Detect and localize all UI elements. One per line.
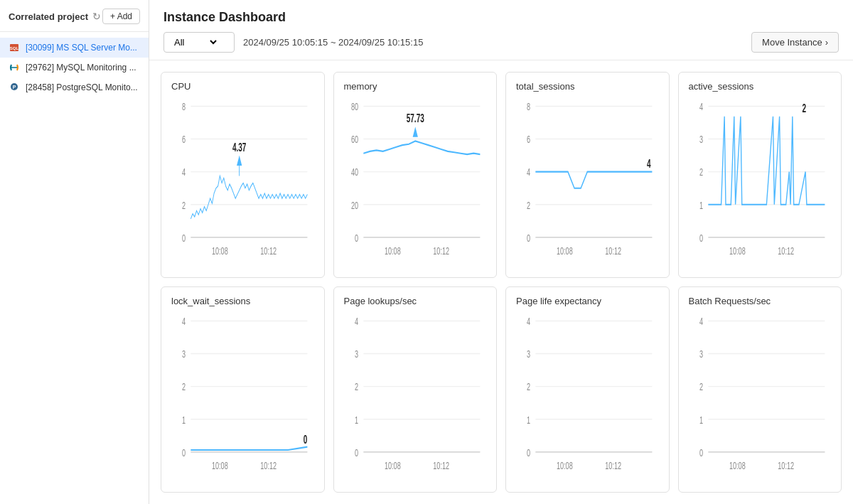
- chart-total-sessions-area: 8 6 4 2 0 10:08 10:12 4: [516, 96, 659, 270]
- main-content: Instance Dashboard All CPU Memory 2024/0…: [149, 0, 853, 504]
- svg-text:4: 4: [647, 158, 651, 171]
- filter-dropdown[interactable]: All CPU Memory: [163, 32, 235, 53]
- chart-lock-wait-area: 4 3 2 1 0 10:08 10:12 0: [171, 311, 314, 485]
- time-range-label: 2024/09/25 10:05:15 ~ 2024/09/25 10:15:1…: [243, 37, 423, 48]
- chart-page-life-title: Page life expectancy: [516, 296, 659, 306]
- svg-text:6: 6: [182, 134, 186, 146]
- svg-text:4: 4: [182, 316, 186, 328]
- svg-text:10:08: 10:08: [384, 245, 400, 257]
- chart-memory-title: memory: [344, 81, 487, 92]
- svg-text:3: 3: [699, 134, 702, 146]
- sidebar-title-row: Correlated project ↻: [9, 11, 101, 22]
- chart-batch-requests-title: Batch Requests/sec: [689, 296, 832, 306]
- chart-page-lookups: Page lookups/sec 4 3 2 1 0 10:08 10:12: [333, 286, 498, 493]
- svg-text:4: 4: [527, 166, 530, 178]
- svg-text:10:08: 10:08: [212, 245, 228, 257]
- chart-page-life: Page life expectancy 4 3 2 1 0 10:08 10:…: [505, 286, 670, 493]
- svg-text:2: 2: [182, 381, 186, 393]
- svg-text:3: 3: [699, 348, 702, 360]
- svg-text:10:08: 10:08: [729, 460, 745, 472]
- svg-text:0: 0: [182, 232, 186, 244]
- postgres-icon: P: [9, 82, 20, 93]
- svg-text:6: 6: [527, 134, 530, 146]
- svg-text:20: 20: [350, 199, 358, 211]
- sidebar-item-mysql-label: [29762] MySQL Monitoring ...: [26, 63, 136, 73]
- filter-select-input[interactable]: All CPU Memory: [171, 36, 219, 48]
- chart-active-sessions-area: 4 3 2 1 0 10:08 10:12 2: [689, 96, 832, 270]
- svg-text:0: 0: [354, 446, 358, 459]
- svg-text:3: 3: [527, 348, 530, 360]
- chart-batch-requests-area: 4 3 2 1 0 10:08 10:12: [689, 311, 832, 485]
- chart-page-life-area: 4 3 2 1 0 10:08 10:12: [516, 311, 659, 485]
- svg-text:0: 0: [699, 446, 702, 459]
- chart-cpu-area: 8 6 4 2 0 10:08 10:12 4.37: [171, 96, 314, 270]
- svg-text:0: 0: [182, 446, 186, 459]
- charts-grid: CPU 8 6 4 2 0: [149, 60, 853, 504]
- chart-total-sessions: total_sessions 8 6 4 2 0 10:08 10:12: [505, 72, 670, 278]
- chart-batch-requests: Batch Requests/sec 4 3 2 1 0 10:08 10:12: [678, 286, 842, 493]
- svg-text:4: 4: [354, 316, 358, 328]
- chart-total-sessions-title: total_sessions: [516, 81, 659, 92]
- svg-text:0: 0: [527, 232, 530, 244]
- svg-text:0: 0: [304, 434, 308, 446]
- add-button[interactable]: + Add: [102, 9, 140, 24]
- svg-text:10:12: 10:12: [778, 460, 794, 472]
- svg-text:10:08: 10:08: [557, 460, 573, 472]
- svg-text:60: 60: [350, 134, 358, 146]
- svg-text:1: 1: [182, 414, 186, 426]
- svg-text:0: 0: [699, 232, 702, 244]
- svg-text:4: 4: [699, 101, 702, 113]
- mssql-icon: SQL: [9, 42, 20, 53]
- sidebar-item-postgres-label: [28458] PostgreSQL Monito...: [26, 82, 138, 92]
- svg-text:10:12: 10:12: [778, 245, 794, 257]
- svg-text:10:12: 10:12: [433, 460, 449, 472]
- chart-lock-wait: lock_wait_sessions 4 3 2 1 0 10:08 10:12: [161, 286, 325, 493]
- sidebar-header: Correlated project ↻ + Add: [0, 9, 149, 32]
- chart-active-sessions: active_sessions 4 3 2 1 0 10:08 10:12: [678, 72, 842, 278]
- svg-text:8: 8: [182, 101, 186, 113]
- chart-cpu-title: CPU: [171, 81, 314, 92]
- chevron-right-icon: ›: [825, 37, 828, 48]
- svg-text:3: 3: [354, 348, 358, 360]
- svg-text:10:08: 10:08: [212, 460, 228, 472]
- svg-text:4: 4: [182, 166, 186, 178]
- move-instance-label: Move Instance: [762, 37, 822, 48]
- svg-text:10:08: 10:08: [384, 460, 400, 472]
- svg-text:2: 2: [354, 381, 358, 393]
- svg-text:2: 2: [527, 381, 530, 393]
- page-title: Instance Dashboard: [163, 10, 839, 25]
- svg-text:1: 1: [699, 199, 702, 211]
- svg-text:80: 80: [350, 101, 358, 113]
- chart-memory-area: 80 60 40 20 0 10:08 10:12 57.73: [344, 96, 487, 270]
- svg-text:10:12: 10:12: [433, 245, 449, 257]
- svg-text:1: 1: [354, 414, 358, 426]
- sidebar-item-mssql-label: [30099] MS SQL Server Mo...: [26, 43, 137, 53]
- svg-text:SQL: SQL: [10, 46, 19, 50]
- chart-cpu: CPU 8 6 4 2 0: [161, 72, 325, 278]
- svg-text:4.37: 4.37: [232, 141, 246, 154]
- svg-text:10:08: 10:08: [557, 245, 573, 257]
- svg-text:10:12: 10:12: [260, 245, 277, 257]
- svg-text:1: 1: [699, 414, 702, 426]
- svg-text:2: 2: [802, 102, 806, 115]
- sidebar-title: Correlated project: [9, 11, 88, 22]
- svg-text:10:12: 10:12: [605, 245, 621, 257]
- sidebar-item-postgres[interactable]: P [28458] PostgreSQL Monito...: [0, 77, 149, 97]
- svg-text:4: 4: [699, 316, 702, 328]
- sidebar-item-mssql[interactable]: SQL [30099] MS SQL Server Mo...: [0, 38, 149, 58]
- chart-memory: memory 80 60 40 20 0 10:08 10:12: [333, 72, 498, 278]
- toolbar: All CPU Memory 2024/09/25 10:05:15 ~ 202…: [163, 32, 839, 53]
- svg-text:8: 8: [527, 101, 530, 113]
- move-instance-button[interactable]: Move Instance ›: [751, 32, 839, 53]
- sidebar-item-mysql[interactable]: [29762] MySQL Monitoring ...: [0, 58, 149, 77]
- refresh-icon[interactable]: ↻: [92, 11, 101, 22]
- svg-text:0: 0: [527, 446, 530, 459]
- svg-text:2: 2: [699, 166, 702, 178]
- svg-marker-17: [237, 156, 242, 166]
- svg-text:40: 40: [350, 166, 358, 178]
- main-header: Instance Dashboard All CPU Memory 2024/0…: [149, 0, 853, 60]
- svg-text:10:08: 10:08: [729, 245, 745, 257]
- svg-marker-33: [412, 127, 417, 136]
- chart-active-sessions-title: active_sessions: [689, 81, 832, 92]
- mysql-icon: [9, 62, 20, 73]
